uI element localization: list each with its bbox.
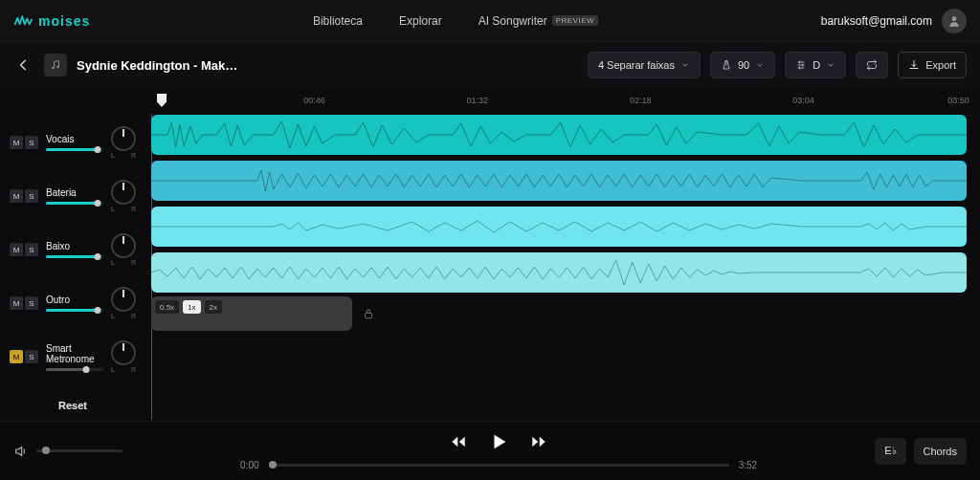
track-name: Smart Metronome xyxy=(46,343,103,364)
tracks-panel: 00:46 01:32 02:18 03:04 03:50 0.5x xyxy=(145,88,980,421)
volume-slider[interactable] xyxy=(46,255,103,258)
pan-knob[interactable] xyxy=(111,340,136,365)
play-button[interactable] xyxy=(488,431,509,452)
brand-logo[interactable]: moises xyxy=(13,11,90,31)
song-toolbar: Sydnie Keddington - Make... 4 Separar fa… xyxy=(0,42,980,88)
current-time: 0:00 xyxy=(240,460,258,470)
app-header: moises Biblioteca Explorar AI Songwriter… xyxy=(0,0,980,42)
track-name: Bateria xyxy=(46,187,103,198)
key-control[interactable]: D xyxy=(785,52,846,78)
mute-button[interactable]: M xyxy=(10,243,23,256)
pan-knob[interactable] xyxy=(111,126,136,151)
nav-songwriter[interactable]: AI Songwriter PREVIEW xyxy=(479,14,598,28)
mute-button[interactable]: M xyxy=(10,136,23,149)
export-button[interactable]: Export xyxy=(898,52,967,78)
chords-button[interactable]: Chords xyxy=(914,438,967,465)
song-icon-chip xyxy=(44,54,67,76)
mute-button[interactable]: M xyxy=(10,296,23,310)
transport-area: 0:00 3:52 xyxy=(136,431,861,470)
volume-slider[interactable] xyxy=(46,368,103,371)
solo-button[interactable]: S xyxy=(25,296,38,310)
metronome-icon xyxy=(721,59,732,71)
solo-button[interactable]: S xyxy=(25,350,38,363)
timeline-mark: 02:18 xyxy=(630,96,652,105)
svg-point-2 xyxy=(56,66,59,69)
speed-0-5x[interactable]: 0.5x xyxy=(155,300,179,314)
rewind-button[interactable] xyxy=(450,433,467,450)
user-area: baruksoft@gmail.com xyxy=(821,9,967,33)
waveform-drums[interactable] xyxy=(151,161,967,201)
reset-button[interactable]: Reset xyxy=(10,400,136,411)
nav-library[interactable]: Biblioteca xyxy=(313,14,363,28)
master-volume-slider[interactable] xyxy=(36,449,122,452)
speed-1x[interactable]: 1x xyxy=(183,300,200,314)
mute-button[interactable]: M xyxy=(10,350,23,363)
editor-main: M S Vocais LR M S Bateria L xyxy=(0,88,980,421)
master-volume xyxy=(13,444,122,459)
forward-button[interactable] xyxy=(530,433,547,450)
rewind-icon xyxy=(450,433,467,450)
waveform-other[interactable] xyxy=(151,252,967,293)
timeline-mark: 03:04 xyxy=(792,96,814,105)
solo-button[interactable]: S xyxy=(25,136,38,149)
volume-slider[interactable] xyxy=(46,309,103,312)
back-button[interactable] xyxy=(13,55,34,76)
solo-button[interactable]: S xyxy=(25,243,38,256)
timeline-mark: 03:50 xyxy=(947,96,969,105)
total-time: 3:52 xyxy=(739,460,757,470)
timeline-mark: 01:32 xyxy=(467,96,489,105)
separate-tracks-label: 4 Separar faixas xyxy=(598,59,675,71)
separate-tracks-dropdown[interactable]: 4 Separar faixas xyxy=(588,52,701,78)
tempo-value: 90 xyxy=(738,59,749,71)
nav-explore[interactable]: Explorar xyxy=(399,14,442,28)
music-note-icon xyxy=(50,59,61,71)
solo-button[interactable]: S xyxy=(25,189,38,203)
song-title: Sydnie Keddington - Make... xyxy=(77,58,239,73)
track-name: Vocais xyxy=(46,134,103,144)
loop-icon xyxy=(866,58,878,72)
pan-knob[interactable] xyxy=(111,233,136,258)
logo-icon xyxy=(13,11,33,31)
chevron-down-icon xyxy=(826,60,835,70)
mixer-sidebar: M S Vocais LR M S Bateria L xyxy=(0,88,145,421)
player-bar: 0:00 3:52 E♭ Chords xyxy=(0,421,980,480)
user-icon xyxy=(947,14,961,28)
track-metronome: M S Smart Metronome LR xyxy=(10,340,136,373)
mute-button[interactable]: M xyxy=(10,189,23,203)
volume-slider[interactable] xyxy=(46,202,103,205)
eb-button[interactable]: E♭ xyxy=(875,438,905,465)
loop-button[interactable] xyxy=(856,52,888,78)
chevron-down-icon xyxy=(755,60,765,70)
track-name: Outro xyxy=(46,295,103,305)
export-label: Export xyxy=(925,59,956,71)
track-drums: M S Bateria LR xyxy=(10,180,136,212)
waveform-vocals[interactable] xyxy=(151,115,967,155)
volume-slider[interactable] xyxy=(46,148,103,151)
progress-bar[interactable] xyxy=(269,464,729,467)
svg-point-0 xyxy=(952,16,957,21)
user-email[interactable]: baruksoft@gmail.com xyxy=(821,14,932,28)
tempo-control[interactable]: 90 xyxy=(710,52,775,78)
player-right-controls: E♭ Chords xyxy=(875,438,967,465)
speaker-icon[interactable] xyxy=(13,444,29,459)
track-name: Baixo xyxy=(46,241,103,251)
track-vocals: M S Vocais LR xyxy=(10,126,136,159)
pan-knob[interactable] xyxy=(111,287,136,312)
metronome-lane[interactable]: 0.5x 1x 2x xyxy=(151,296,352,331)
tuning-icon xyxy=(795,59,807,71)
arrow-left-icon xyxy=(16,57,32,73)
track-other: M S Outro LR xyxy=(10,287,136,319)
preview-badge: PREVIEW xyxy=(552,15,598,26)
waveform-bass[interactable] xyxy=(151,207,967,247)
track-bass: M S Baixo LR xyxy=(10,233,136,266)
nav-songwriter-label: AI Songwriter xyxy=(479,14,547,28)
svg-point-1 xyxy=(52,67,55,70)
pan-knob[interactable] xyxy=(111,180,136,205)
chevron-down-icon xyxy=(680,60,690,70)
playhead[interactable] xyxy=(157,94,167,107)
speed-2x[interactable]: 2x xyxy=(205,300,222,314)
avatar[interactable] xyxy=(942,9,967,33)
timeline-mark: 00:46 xyxy=(303,96,325,105)
play-icon xyxy=(488,431,509,452)
timeline-ruler[interactable]: 00:46 01:32 02:18 03:04 03:50 xyxy=(151,94,967,115)
